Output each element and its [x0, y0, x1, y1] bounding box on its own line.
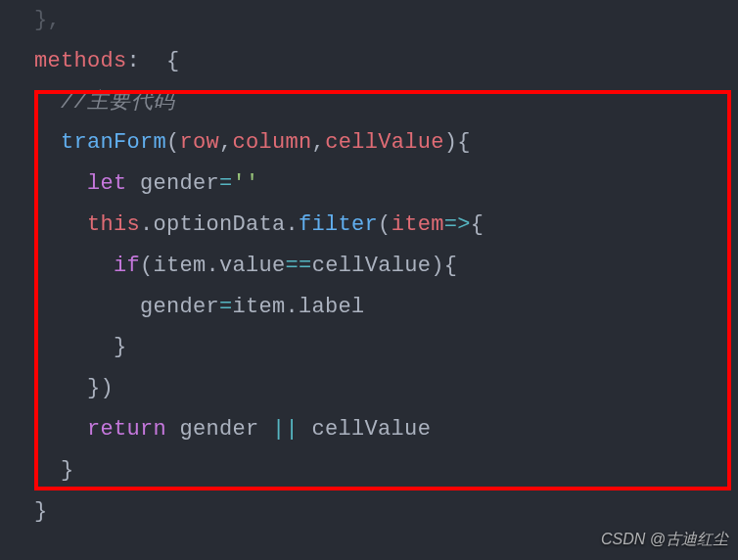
code-line: }, — [8, 0, 738, 41]
code-line: tranForm(row,column,cellValue){ — [8, 122, 738, 163]
var-cellvalue: cellValue — [312, 417, 432, 442]
operator-eq: = — [219, 295, 233, 319]
var-gender: gender — [180, 417, 259, 442]
string-empty: '' — [233, 171, 259, 196]
code-line: } — [8, 450, 738, 491]
code-line: }) — [8, 368, 738, 409]
prop-optiondata: optionData — [154, 212, 286, 237]
keyword-return: return — [87, 417, 166, 442]
var-cellvalue: cellValue — [312, 254, 432, 278]
operator-eq: = — [219, 171, 233, 196]
brace: } — [114, 335, 127, 359]
var-item: item — [233, 295, 286, 319]
code-block: }, methods: { //主要代码 tranForm(row,column… — [0, 0, 738, 532]
code-line: if(item.value==cellValue){ — [8, 246, 738, 287]
code-line: } — [8, 327, 738, 368]
keyword-let: let — [87, 171, 127, 196]
var-gender: gender — [140, 295, 219, 319]
operator-or: || — [272, 417, 299, 442]
brace: }) — [87, 376, 114, 400]
prop-value: value — [219, 254, 286, 278]
code-line: gender=item.label — [8, 287, 738, 328]
keyword-if: if — [114, 254, 140, 278]
brace: { — [140, 49, 180, 73]
param-item: item — [392, 212, 444, 237]
var-gender: gender — [140, 171, 219, 196]
colon: : — [127, 49, 141, 73]
param-column: column — [233, 130, 312, 155]
var-item: item — [154, 254, 207, 278]
param-cellvalue: cellValue — [325, 130, 444, 155]
method-filter: filter — [299, 212, 378, 237]
function-name: tranForm — [61, 130, 166, 155]
comment: //主要代码 — [61, 90, 174, 115]
property-methods: methods — [34, 49, 127, 73]
keyword-this: this — [87, 212, 140, 237]
watermark: CSDN @古迪红尘 — [601, 525, 728, 554]
code-line: //主要代码 — [8, 82, 738, 123]
code-line: this.optionData.filter(item=>{ — [8, 205, 738, 246]
param-row: row — [180, 130, 220, 155]
prop-label: label — [299, 295, 365, 319]
code-line: let gender='' — [8, 163, 738, 205]
brace: } — [61, 458, 74, 483]
brace: } — [34, 499, 48, 524]
code-line: methods: { — [8, 41, 738, 82]
code-line: return gender || cellValue — [8, 409, 738, 450]
operator-eqeq: == — [286, 254, 312, 278]
brace: }, — [8, 8, 61, 32]
arrow: => — [444, 212, 471, 237]
